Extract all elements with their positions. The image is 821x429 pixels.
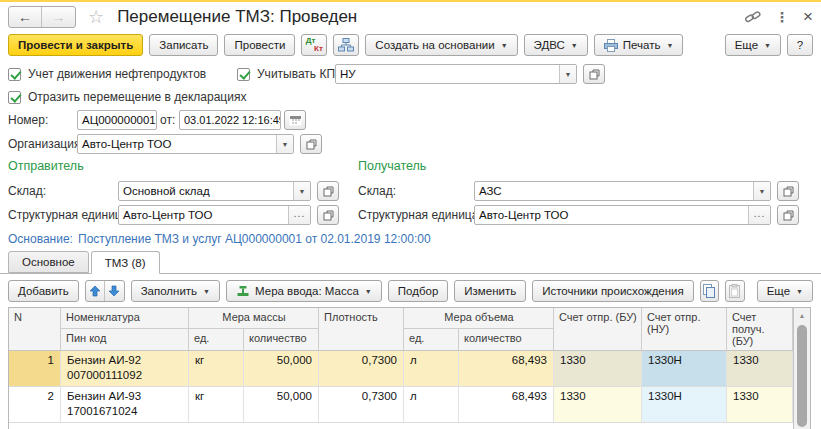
chevron-down-icon: ▼ xyxy=(299,188,306,195)
sender-unit-field[interactable]: Авто-Центр ТОО ... xyxy=(118,205,311,225)
basis-label: Основание: xyxy=(8,232,73,246)
post-button[interactable]: Провести xyxy=(224,34,295,56)
column-header-mass-unit: ед. xyxy=(189,329,244,350)
cell-density[interactable]: 0,7300 xyxy=(319,351,404,386)
checkbox-checked-icon xyxy=(8,91,21,104)
calendar-button[interactable] xyxy=(284,110,306,130)
cell-acc-sender-nu[interactable]: 1330Н xyxy=(642,387,727,422)
scale-icon xyxy=(236,285,250,297)
cell-mass-unit[interactable]: кг xyxy=(189,351,244,386)
create-based-on-button[interactable]: Создать на основании▼ xyxy=(365,34,517,56)
receiver-unit-open-button[interactable] xyxy=(777,205,799,225)
sender-warehouse-open-button[interactable] xyxy=(317,181,339,201)
cell-nomenclature[interactable]: Бензин АИ-92 007000111092 xyxy=(61,351,189,386)
more-button[interactable]: Еще▼ xyxy=(725,34,781,56)
cell-acc-sender-bu[interactable]: 1330 xyxy=(554,351,642,386)
origin-sources-button[interactable]: Источники происхождения xyxy=(532,280,694,302)
document-structure-button[interactable] xyxy=(333,34,359,56)
tab-main[interactable]: Основное xyxy=(8,251,89,273)
add-row-button[interactable]: Добавить xyxy=(8,280,79,302)
show-postings-button[interactable]: ДтКт xyxy=(301,34,327,56)
input-measure-button[interactable]: Мера ввода: Масса▼ xyxy=(226,280,382,302)
post-and-close-button[interactable]: Провести и закрыть xyxy=(8,34,143,56)
sender-unit-open-button[interactable] xyxy=(317,205,339,225)
cell-volume-qty[interactable]: 68,493 xyxy=(459,387,554,422)
table-empty-area xyxy=(9,423,793,429)
save-button[interactable]: Записать xyxy=(149,34,218,56)
paste-button[interactable] xyxy=(725,280,744,302)
dropdown-button[interactable]: ▼ xyxy=(753,182,770,200)
choose-button[interactable]: ... xyxy=(288,206,310,224)
cell-acc-receiver-bu[interactable]: 1330 xyxy=(727,387,793,422)
kpn-checkbox[interactable]: Учитывать КПН xyxy=(237,67,344,81)
pick-button[interactable]: Подбор xyxy=(388,280,449,302)
table-header: N Номенклатура Пин код Мера массы ед. ко… xyxy=(9,308,793,351)
window-accent-line xyxy=(0,0,821,2)
oil-movement-checkbox[interactable]: Учет движения нефтепродуктов xyxy=(8,67,206,81)
cell-density[interactable]: 0,7300 xyxy=(319,387,404,422)
cell-n[interactable]: 1 xyxy=(9,351,61,386)
help-button[interactable]: ? xyxy=(787,34,813,56)
kpn-open-button[interactable] xyxy=(583,64,605,84)
column-header-mass-group: Мера массы xyxy=(189,308,319,329)
tab-tmz[interactable]: ТМЗ (8) xyxy=(91,251,160,274)
open-icon xyxy=(783,210,794,221)
cell-volume-unit[interactable]: л xyxy=(404,351,459,386)
print-button[interactable]: Печать▼ xyxy=(594,34,684,56)
move-row-group xyxy=(85,280,125,302)
cell-acc-sender-bu[interactable]: 1330 xyxy=(554,387,642,422)
table-row[interactable]: 2 Бензин АИ-93 17001671024 кг 50,000 0,7… xyxy=(9,387,793,423)
cell-mass-qty[interactable]: 50,000 xyxy=(244,351,319,386)
scrollbar-thumb[interactable] xyxy=(797,325,807,427)
move-row-down-button[interactable] xyxy=(105,281,124,301)
cell-mass-unit[interactable]: кг xyxy=(189,387,244,422)
calendar-icon xyxy=(289,114,302,126)
table-row[interactable]: 1 Бензин АИ-92 007000111092 кг 50,000 0,… xyxy=(9,351,793,387)
dropdown-button[interactable]: ▼ xyxy=(559,65,576,83)
receiver-unit-field[interactable]: Авто-Центр ТОО ... xyxy=(474,205,771,225)
cell-volume-unit[interactable]: л xyxy=(404,387,459,422)
favorite-star-icon[interactable]: ☆ xyxy=(88,8,104,26)
close-icon[interactable]: × xyxy=(803,7,813,27)
get-link-icon[interactable] xyxy=(745,9,761,25)
forward-button[interactable]: → xyxy=(42,7,75,27)
cell-mass-qty[interactable]: 50,000 xyxy=(244,387,319,422)
back-button[interactable]: ← xyxy=(9,7,42,27)
chevron-down-icon: ▼ xyxy=(365,288,372,295)
cell-n[interactable]: 2 xyxy=(9,387,61,422)
kpn-value-field[interactable]: НУ ▼ xyxy=(335,64,577,84)
receiver-warehouse-open-button[interactable] xyxy=(777,181,799,201)
basis-document-link[interactable]: Поступление ТМЗ и услуг АЦ000000001 от 0… xyxy=(78,232,431,246)
receiver-warehouse-field[interactable]: АЗС ▼ xyxy=(474,181,771,201)
date-field[interactable]: 03.01.2022 12:16:49 xyxy=(179,110,281,130)
dtkt-icon: ДтКт xyxy=(306,37,323,53)
number-field[interactable]: АЦ000000001 xyxy=(77,110,157,130)
window-header: ← → ☆ Перемещение ТМЗ: Проведен ⋮ × xyxy=(0,3,821,31)
edit-button[interactable]: Изменить xyxy=(454,280,526,302)
dropdown-button[interactable]: ▼ xyxy=(276,135,293,153)
structure-icon xyxy=(338,38,354,52)
declarations-checkbox[interactable]: Отразить перемещение в декларациях xyxy=(8,90,246,104)
dropdown-button[interactable]: ▼ xyxy=(293,182,310,200)
choose-button[interactable]: ... xyxy=(748,206,770,224)
edvs-button[interactable]: ЭДВС▼ xyxy=(524,34,588,56)
sender-warehouse-field[interactable]: Основной склад ▼ xyxy=(118,181,311,201)
organization-open-button[interactable] xyxy=(300,134,322,154)
chevron-down-icon: ▼ xyxy=(571,42,578,49)
scroll-up-icon[interactable]: ▲ xyxy=(794,308,810,323)
cell-volume-qty[interactable]: 68,493 xyxy=(459,351,554,386)
open-icon xyxy=(783,186,794,197)
receiver-unit-label: Структурная единица: xyxy=(358,208,482,222)
kebab-menu-icon[interactable]: ⋮ xyxy=(775,9,789,25)
table-more-button[interactable]: Еще▼ xyxy=(757,280,813,302)
organization-field[interactable]: Авто-Центр ТОО ▼ xyxy=(77,134,294,154)
copy-icon xyxy=(702,284,716,298)
cell-acc-sender-nu[interactable]: 1330Н xyxy=(642,351,727,386)
cell-acc-receiver-bu[interactable]: 1330 xyxy=(727,351,793,386)
fill-button[interactable]: Заполнить▼ xyxy=(131,280,220,302)
copy-button[interactable] xyxy=(700,280,719,302)
column-header-mass-qty: количество xyxy=(244,329,319,350)
cell-nomenclature[interactable]: Бензин АИ-93 17001671024 xyxy=(61,387,189,422)
vertical-scrollbar[interactable]: ▲ xyxy=(793,308,810,429)
move-row-up-button[interactable] xyxy=(86,281,105,301)
